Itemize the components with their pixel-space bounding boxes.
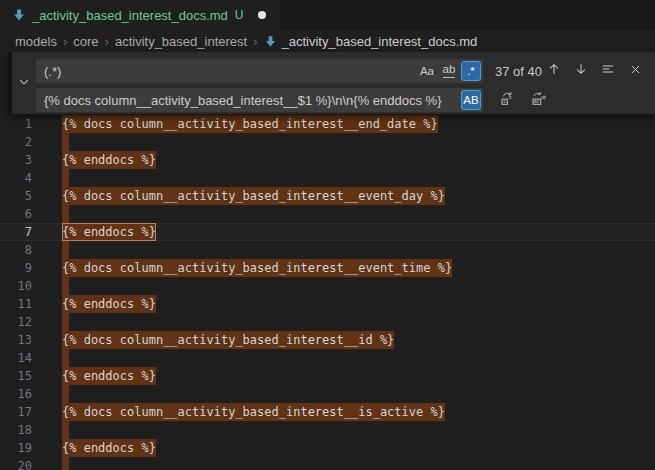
editor-line[interactable]: 1{% docs column__activity_based_interest… xyxy=(0,115,655,133)
arrow-down-icon xyxy=(574,62,588,80)
editor-line[interactable]: 12 xyxy=(0,313,655,331)
line-number: 13 xyxy=(0,331,32,349)
find-match-highlight xyxy=(62,241,69,259)
previous-match-button[interactable] xyxy=(544,61,564,81)
editor-line[interactable]: 5{% docs column__activity_based_interest… xyxy=(0,187,655,205)
line-content: {% enddocs %} xyxy=(62,439,156,457)
svg-text:b: b xyxy=(508,93,511,99)
editor-line[interactable]: 19{% enddocs %} xyxy=(0,439,655,457)
find-match-highlight: {% docs column__activity_based_interest_… xyxy=(62,187,445,205)
svg-text:ac: ac xyxy=(534,99,540,104)
editor-line[interactable]: 4 xyxy=(0,169,655,187)
find-query[interactable]: (.*) xyxy=(44,64,415,79)
tab-activity-docs[interactable]: _activity_based_interest_docs.md U xyxy=(0,0,279,30)
editor-line[interactable]: 14 xyxy=(0,349,655,367)
git-status-badge: U xyxy=(235,8,244,22)
editor-line[interactable]: 10 xyxy=(0,277,655,295)
replace-value[interactable]: {% docs column__activity_based_interest_… xyxy=(44,93,459,108)
tab-bar: _activity_based_interest_docs.md U xyxy=(0,0,655,30)
editor-line[interactable]: 9{% docs column__activity_based_interest… xyxy=(0,259,655,277)
editor-line[interactable]: 18 xyxy=(0,421,655,439)
find-match-highlight: {% docs column__activity_based_interest_… xyxy=(62,403,445,421)
line-number: 19 xyxy=(0,439,32,457)
editor-line[interactable]: 17{% docs column__activity_based_interes… xyxy=(0,403,655,421)
toggle-replace-button[interactable] xyxy=(12,52,36,114)
editor-line[interactable]: 20 xyxy=(0,457,655,470)
line-number: 14 xyxy=(0,349,32,367)
breadcrumb-item-core[interactable]: core xyxy=(73,34,98,49)
line-number: 12 xyxy=(0,313,32,331)
breadcrumb: models › core › activity_based_interest … xyxy=(0,30,655,52)
editor-line[interactable]: 8 xyxy=(0,241,655,259)
find-match-highlight xyxy=(62,349,69,367)
current-find-match: {% enddocs %} xyxy=(62,223,156,241)
line-number: 18 xyxy=(0,421,32,439)
replace-all-icon: ac ab xyxy=(531,91,546,110)
chevron-right-icon: › xyxy=(105,34,109,49)
replace-button[interactable]: c b xyxy=(497,90,517,110)
find-match-highlight: {% docs column__activity_based_interest_… xyxy=(62,115,438,133)
editor-line[interactable]: 13{% docs column__activity_based_interes… xyxy=(0,331,655,349)
close-icon xyxy=(629,62,642,80)
editor-line[interactable]: 11{% enddocs %} xyxy=(0,295,655,313)
replace-all-button[interactable]: ac ab xyxy=(528,90,548,110)
find-input[interactable]: (.*) Aa ab .* xyxy=(36,59,483,83)
regex-button[interactable]: .* xyxy=(461,61,481,81)
breadcrumb-item-file[interactable]: _activity_based_interest_docs.md xyxy=(264,34,478,49)
editor-line[interactable]: 2 xyxy=(0,133,655,151)
find-in-selection-button[interactable] xyxy=(598,61,618,81)
replace-actions: c b ac ab xyxy=(497,90,548,110)
find-match-highlight xyxy=(62,313,69,331)
breadcrumb-item-models[interactable]: models xyxy=(15,34,57,49)
replace-row: {% docs column__activity_based_interest_… xyxy=(36,88,655,112)
whole-word-button[interactable]: ab xyxy=(439,61,459,81)
chevron-right-icon: › xyxy=(253,34,257,49)
breadcrumb-item-activity-based-interest[interactable]: activity_based_interest xyxy=(115,34,247,49)
line-number: 10 xyxy=(0,277,32,295)
editor-line[interactable]: 15{% enddocs %} xyxy=(0,367,655,385)
replace-input[interactable]: {% docs column__activity_based_interest_… xyxy=(36,88,483,112)
line-content: {% enddocs %} xyxy=(62,295,156,313)
editor-line[interactable]: 3{% enddocs %} xyxy=(0,151,655,169)
match-case-button[interactable]: Aa xyxy=(417,61,437,81)
arrow-up-icon xyxy=(547,62,561,80)
line-content: {% enddocs %} xyxy=(62,223,156,241)
find-match-highlight: {% enddocs %} xyxy=(62,295,156,313)
find-match-highlight xyxy=(62,457,69,470)
line-content: {% docs column__activity_based_interest_… xyxy=(62,331,394,349)
line-number: 2 xyxy=(0,133,32,151)
markdown-file-icon xyxy=(12,8,26,22)
line-content: {% docs column__activity_based_interest_… xyxy=(62,403,445,421)
line-content: {% enddocs %} xyxy=(62,151,156,169)
find-match-highlight xyxy=(62,421,69,439)
find-row: (.*) Aa ab .* 37 of 40 xyxy=(36,59,655,83)
editor-line[interactable]: 7{% enddocs %} xyxy=(0,223,655,241)
preserve-case-button[interactable]: AB xyxy=(461,90,481,110)
line-number: 15 xyxy=(0,367,32,385)
find-match-highlight xyxy=(62,385,69,403)
line-content xyxy=(62,457,69,470)
selection-lines-icon xyxy=(601,62,615,80)
line-content: {% docs column__activity_based_interest_… xyxy=(62,115,438,133)
chevron-down-icon xyxy=(18,74,30,92)
line-content: {% enddocs %} xyxy=(62,367,156,385)
line-number: 5 xyxy=(0,187,32,205)
editor-lines[interactable]: 1{% docs column__activity_based_interest… xyxy=(0,115,655,470)
line-content: {% docs column__activity_based_interest_… xyxy=(62,187,445,205)
modified-dot-icon[interactable] xyxy=(258,11,266,19)
line-number: 11 xyxy=(0,295,32,313)
editor-line[interactable]: 6 xyxy=(0,205,655,223)
line-number: 8 xyxy=(0,241,32,259)
editor-line[interactable]: 16 xyxy=(0,385,655,403)
line-number: 20 xyxy=(0,457,32,470)
next-match-button[interactable] xyxy=(571,61,591,81)
find-match-highlight: {% enddocs %} xyxy=(62,367,156,385)
tab-filename: _activity_based_interest_docs.md xyxy=(32,8,228,23)
line-number: 16 xyxy=(0,385,32,403)
chevron-right-icon: › xyxy=(63,34,67,49)
find-match-highlight: {% enddocs %} xyxy=(62,151,156,169)
close-find-widget-button[interactable] xyxy=(625,61,645,81)
find-match-highlight xyxy=(62,169,69,187)
find-match-highlight: {% docs column__activity_based_interest_… xyxy=(62,331,394,349)
line-number: 17 xyxy=(0,403,32,421)
